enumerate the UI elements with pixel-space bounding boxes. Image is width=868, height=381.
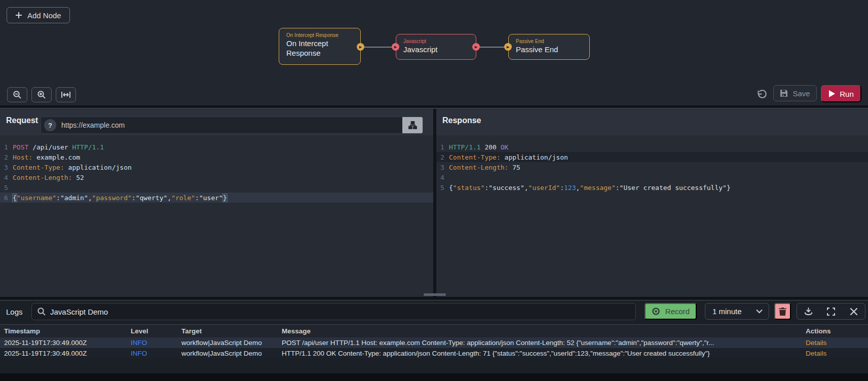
node-on-intercept-response[interactable]: On Intercept Response On Intercept Respo… xyxy=(279,28,361,65)
zoom-out-icon xyxy=(13,90,22,99)
node-input-port[interactable]: ▶ xyxy=(504,43,512,51)
line-number: 3 xyxy=(436,164,445,171)
node-passive-end[interactable]: Passive End Passive End xyxy=(508,34,590,60)
record-icon xyxy=(652,307,660,316)
log-message: POST /api/user HTTP/1.1 Host: example.co… xyxy=(278,339,802,347)
logs-search-input[interactable] xyxy=(50,303,628,320)
code-line[interactable]: 4Content-Length: 52 xyxy=(0,172,433,182)
node-output-port[interactable]: ▶ xyxy=(357,43,364,51)
log-message: HTTP/1.1 200 OK Content-Type: applicatio… xyxy=(278,350,802,357)
code-token: "username" xyxy=(17,194,56,202)
details-link[interactable]: Details xyxy=(802,339,868,347)
code-line[interactable]: 5{"status":"success","userId":123,"messa… xyxy=(436,182,868,193)
section-divider xyxy=(0,105,868,108)
details-link[interactable]: Details xyxy=(802,350,868,357)
url-bar[interactable]: ? xyxy=(41,117,423,134)
add-node-label: Add Node xyxy=(27,11,61,20)
download-button[interactable] xyxy=(801,304,816,319)
code-token: , xyxy=(167,194,171,202)
save-button[interactable]: Save xyxy=(773,85,817,101)
code-line[interactable]: 2Content-Type: application/json xyxy=(436,152,868,162)
code-token: HTTP/1.1 xyxy=(72,143,104,151)
search-icon xyxy=(37,307,46,316)
sitemap-button[interactable] xyxy=(402,117,423,133)
response-header: Response xyxy=(436,109,868,135)
code-line[interactable]: 3Content-Type: application/json xyxy=(0,162,433,172)
code-token: "password" xyxy=(92,194,132,202)
close-logs-button[interactable] xyxy=(846,304,861,319)
code-token: } xyxy=(223,194,227,202)
interval-dropdown[interactable]: 1 minute xyxy=(705,303,769,320)
connector-wire xyxy=(477,47,508,48)
log-target: workflow|JavaScript Demo xyxy=(177,350,278,357)
run-button[interactable]: Run xyxy=(821,85,861,102)
code-token: : xyxy=(616,184,620,192)
node-output-port[interactable]: ▶ xyxy=(472,43,480,51)
fit-view-button[interactable] xyxy=(56,87,76,102)
code-token: /api/user xyxy=(28,143,72,151)
log-timestamp: 2025-11-19T17:30:49.000Z xyxy=(0,350,127,357)
trash-icon xyxy=(779,308,786,316)
chevron-down-icon xyxy=(756,309,769,314)
node-name: On Intercept Response xyxy=(286,39,353,58)
line-number: 3 xyxy=(0,164,9,171)
node-input-port[interactable]: ▶ xyxy=(392,43,399,51)
col-header-actions: Actions xyxy=(802,327,868,335)
col-header-target: Target xyxy=(177,327,278,335)
code-line[interactable]: 4 xyxy=(436,172,868,182)
code-line[interactable]: 5 xyxy=(0,182,433,193)
code-token: application/json xyxy=(501,154,568,161)
divider-drag-handle[interactable] xyxy=(424,293,446,296)
col-header-level: Level xyxy=(127,327,177,335)
log-row[interactable]: 2025-11-19T17:30:49.000Z INFO workflow|J… xyxy=(0,337,868,348)
code-token: Content-Length: xyxy=(13,174,72,181)
url-input[interactable] xyxy=(61,117,396,133)
zoom-in-icon xyxy=(37,90,46,99)
code-token: , xyxy=(524,184,529,192)
code-line[interactable]: 6{"username":"admin","password":"qwerty"… xyxy=(0,193,433,203)
code-token: example.com xyxy=(32,154,80,161)
code-line[interactable]: 1POST /api/user HTTP/1.1 xyxy=(0,142,433,152)
zoom-out-button[interactable] xyxy=(7,87,27,102)
logs-title: Logs xyxy=(6,308,23,316)
code-token: 52 xyxy=(72,174,84,181)
fullscreen-button[interactable] xyxy=(823,304,839,319)
response-editor[interactable]: 1HTTP/1.1 200 OK2Content-Type: applicati… xyxy=(436,135,868,297)
code-token: : xyxy=(195,194,199,202)
request-title: Request xyxy=(6,116,38,125)
logs-panel: Logs Record 1 minute xyxy=(0,300,868,381)
code-token: : xyxy=(56,194,60,202)
code-token: "admin" xyxy=(60,194,88,202)
code-token: , xyxy=(88,194,92,202)
code-token: } xyxy=(727,184,731,192)
code-line[interactable]: 2Host: example.com xyxy=(0,152,433,162)
node-javascript[interactable]: Javascript Javascript xyxy=(396,34,476,60)
clear-logs-button[interactable] xyxy=(774,303,791,320)
line-number: 1 xyxy=(436,143,445,151)
fit-width-icon xyxy=(61,91,71,99)
help-icon[interactable]: ? xyxy=(44,119,56,131)
workflow-canvas[interactable]: Add Node On Intercept Response On Interc… xyxy=(0,0,868,105)
code-token: Content-Length: xyxy=(449,164,508,171)
code-line[interactable]: 3Content-Length: 75 xyxy=(436,162,868,172)
add-node-button[interactable]: Add Node xyxy=(7,7,70,23)
code-token: application/json xyxy=(64,164,132,171)
save-icon xyxy=(780,89,788,97)
code-token: "User created successfully" xyxy=(620,184,727,192)
undo-button[interactable] xyxy=(755,88,768,101)
play-icon xyxy=(828,90,835,97)
record-button[interactable]: Record xyxy=(645,303,697,320)
zoom-in-button[interactable] xyxy=(31,87,52,102)
request-editor[interactable]: 1POST /api/user HTTP/1.12Host: example.c… xyxy=(0,135,433,297)
code-line[interactable]: 1HTTP/1.1 200 OK xyxy=(436,142,868,152)
line-number: 5 xyxy=(0,184,9,192)
logs-search[interactable] xyxy=(31,303,636,320)
run-label: Run xyxy=(840,90,854,98)
response-panel: Response 1HTTP/1.1 200 OK2Content-Type: … xyxy=(436,109,868,297)
log-row[interactable]: 2025-11-19T17:30:49.000Z INFO workflow|J… xyxy=(0,348,868,359)
code-token: "role" xyxy=(171,194,195,202)
sitemap-icon xyxy=(408,121,417,129)
code-token: Host: xyxy=(13,154,32,161)
logs-tools-group xyxy=(797,303,865,320)
code-token: OK xyxy=(501,143,509,151)
